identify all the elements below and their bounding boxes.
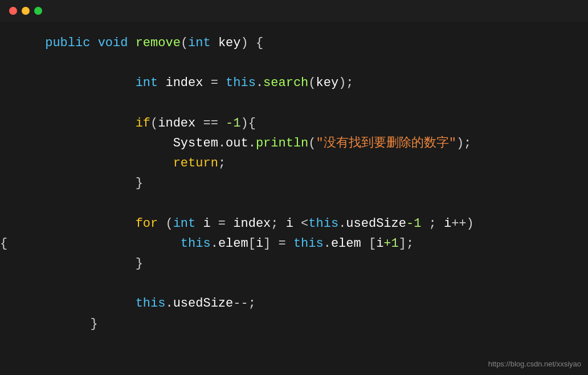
indent-14 [0, 294, 136, 313]
code-line-11: { this . elem [ i ] = this . elem [ i +1… [0, 234, 588, 254]
var-i-5: i [376, 234, 383, 254]
indent-12 [0, 254, 136, 274]
var-index-3: index [233, 214, 271, 234]
arg-key: key [316, 73, 339, 93]
indent-8 [0, 173, 136, 193]
this-3: this [181, 234, 211, 254]
code-line-13 [0, 274, 588, 294]
code-line-8: } [0, 173, 588, 193]
var-index-2: index [158, 113, 195, 133]
this-2: this [308, 214, 338, 234]
code-line-15: } [0, 314, 588, 334]
var-i-3: i [444, 214, 451, 234]
indent-6 [0, 133, 173, 153]
system-out: System [173, 133, 218, 153]
num-neg1: -1 [226, 113, 240, 133]
code-line-5: if ( index == -1 ){ [0, 113, 588, 133]
keyword-public: public [45, 33, 90, 53]
code-line-9 [0, 194, 588, 214]
method-remove: remove [136, 33, 181, 53]
brace-open: { [0, 234, 7, 254]
code-line-1: public void remove ( int key ) { [0, 33, 588, 53]
code-line-14: this . usedSize --; [0, 294, 588, 313]
var-i: i [203, 214, 210, 234]
string-msg: "没有找到要删除的数字" [316, 133, 456, 153]
param-key: key [218, 33, 241, 53]
elem-2: elem [331, 234, 361, 254]
keyword-int-2: int [136, 73, 158, 93]
title-bar [0, 0, 588, 22]
var-i-4: i [256, 234, 263, 254]
keyword-if: if [136, 113, 150, 133]
code-line-6: System . out . println ( "没有找到要删除的数字" ); [0, 133, 588, 153]
num-minus1: -1 [406, 214, 421, 234]
indent-15 [0, 314, 90, 334]
this-5: this [136, 294, 166, 313]
code-line-4 [0, 93, 588, 113]
keyword-void: void [98, 33, 128, 53]
var-index: index [165, 73, 203, 93]
dot-green[interactable] [34, 7, 42, 15]
code-line-12: } [0, 254, 588, 274]
code-area: public void remove ( int key ) { int ind… [0, 22, 588, 345]
code-line-3: int index = this . search ( key ); [0, 73, 588, 93]
dot-red[interactable] [9, 7, 17, 15]
keyword-return: return [173, 153, 218, 173]
num-plus1: +1 [383, 234, 398, 254]
usedSize-1: usedSize [346, 214, 406, 234]
keyword-int-1: int [188, 33, 211, 53]
watermark: https://blog.csdn.net/xxsiyao [488, 360, 581, 368]
usedSize-2: usedSize [173, 294, 234, 313]
this-4: this [293, 234, 324, 254]
dot-yellow[interactable] [22, 7, 30, 15]
indent-11 [7, 234, 181, 254]
method-search: search [263, 73, 308, 93]
code-line-7: return ; [0, 153, 588, 173]
method-println: println [256, 133, 308, 153]
indent-5 [0, 113, 136, 133]
keyword-int-3: int [173, 214, 196, 234]
indent-10 [0, 214, 136, 234]
indent-3 [0, 73, 136, 93]
code-line-2 [0, 53, 588, 73]
indent-7 [0, 153, 173, 173]
out: out [226, 133, 248, 153]
this-1: this [226, 73, 256, 93]
keyword-for: for [136, 214, 158, 234]
indent [0, 33, 45, 53]
var-i-2: i [286, 214, 293, 234]
code-line-10: for ( int i = index ; i < this . usedSiz… [0, 214, 588, 234]
elem-1: elem [218, 234, 248, 254]
